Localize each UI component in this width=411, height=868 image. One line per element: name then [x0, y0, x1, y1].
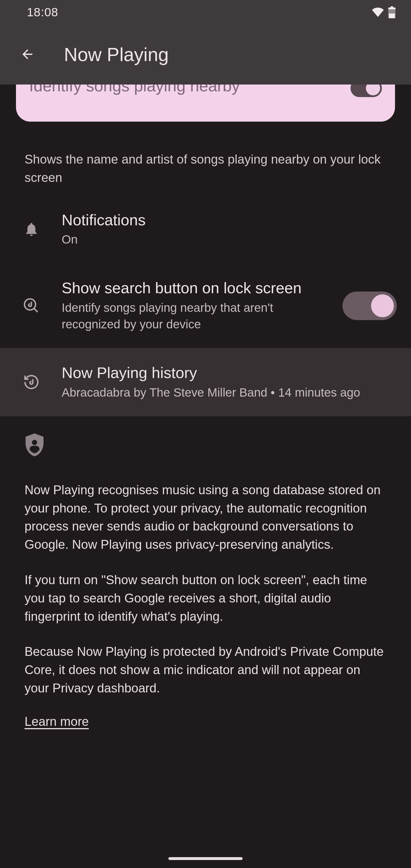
privacy-paragraph-3: Because Now Playing is protected by Andr…: [25, 643, 386, 697]
notifications-title: Notifications: [62, 211, 397, 229]
now-playing-history-row[interactable]: Now Playing history Abracadabra by The S…: [0, 348, 411, 416]
identify-songs-title: Identify songs playing nearby: [29, 85, 382, 94]
identify-songs-toggle[interactable]: [350, 85, 382, 97]
privacy-info-section: Now Playing recognises music using a son…: [0, 416, 411, 728]
arrow-back-icon: [20, 47, 35, 63]
now-playing-history-subtitle: Abracadabra by The Steve Miller Band • 1…: [62, 384, 376, 401]
content-scroll[interactable]: Identify songs playing nearby Shows the …: [0, 85, 411, 868]
show-search-button-description: Identify songs playing nearby that aren'…: [62, 300, 313, 333]
wifi-icon: [372, 7, 384, 18]
notifications-row[interactable]: Notifications On: [0, 195, 411, 264]
learn-more-link[interactable]: Learn more: [25, 714, 89, 728]
page-title: Now Playing: [64, 44, 169, 65]
bell-icon: [20, 221, 43, 237]
status-bar: 18:08: [0, 0, 411, 25]
privacy-paragraph-1: Now Playing recognises music using a son…: [25, 481, 386, 554]
now-playing-history-title: Now Playing history: [62, 364, 397, 382]
show-search-button-row[interactable]: Show search button on lock screen Identi…: [0, 263, 411, 348]
svg-point-0: [25, 299, 36, 310]
status-time: 18:08: [27, 5, 58, 19]
notifications-status: On: [62, 231, 313, 248]
app-bar: Now Playing: [0, 25, 411, 85]
svg-point-1: [32, 440, 37, 445]
privacy-paragraph-2: If you turn on "Show search button on lo…: [25, 571, 386, 625]
music-search-icon: [20, 298, 43, 314]
history-icon: [20, 373, 43, 391]
identify-songs-card[interactable]: Identify songs playing nearby: [16, 85, 395, 122]
navigation-handle[interactable]: [168, 857, 243, 860]
battery-icon: [388, 6, 396, 18]
back-button[interactable]: [14, 41, 41, 68]
show-search-button-toggle[interactable]: [343, 291, 397, 320]
show-search-button-title: Show search button on lock screen: [62, 279, 322, 297]
status-icons: [372, 6, 396, 18]
privacy-shield-icon: [25, 433, 386, 457]
identify-songs-description: Shows the name and artist of songs playi…: [0, 122, 411, 195]
